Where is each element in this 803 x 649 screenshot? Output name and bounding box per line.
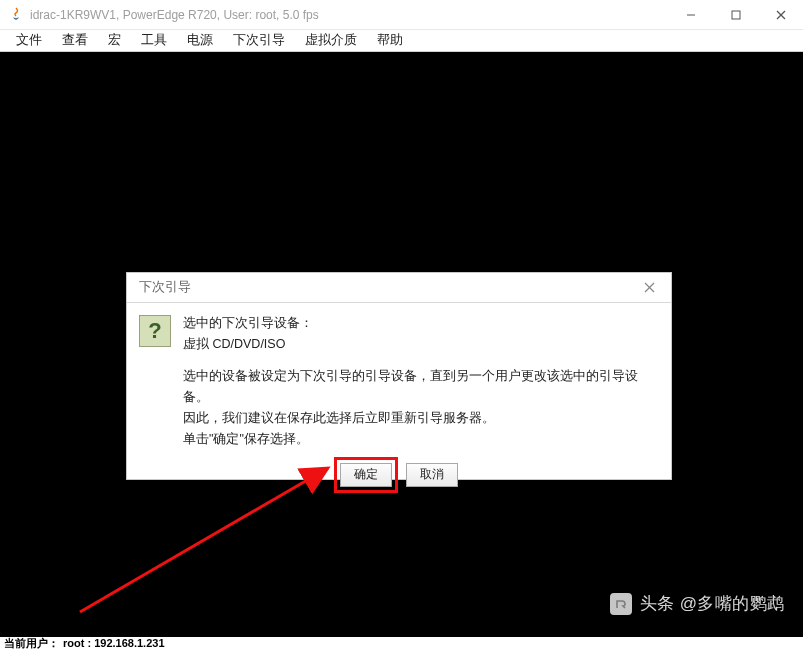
menu-tools[interactable]: 工具 bbox=[131, 30, 177, 51]
menu-nextboot[interactable]: 下次引导 bbox=[223, 30, 295, 51]
titlebar: idrac-1KR9WV1, PowerEdge R720, User: roo… bbox=[0, 0, 803, 30]
menu-macro[interactable]: 宏 bbox=[98, 30, 131, 51]
menubar: 文件 查看 宏 工具 电源 下次引导 虚拟介质 帮助 bbox=[0, 30, 803, 52]
menu-file[interactable]: 文件 bbox=[6, 30, 52, 51]
window-title: idrac-1KR9WV1, PowerEdge R720, User: roo… bbox=[30, 8, 668, 22]
dialog-body: ? 选中的下次引导设备： 虚拟 CD/DVD/ISO 选中的设备被设定为下次引导… bbox=[127, 303, 671, 459]
dialog-titlebar: 下次引导 bbox=[127, 273, 671, 303]
statusbar: 当前用户： root : 192.168.1.231 bbox=[0, 637, 803, 649]
status-label: 当前用户： bbox=[0, 636, 59, 650]
dialog-para1: 选中的设备被设定为下次引导的引导设备，直到另一个用户更改该选中的引导设备。 bbox=[183, 366, 659, 409]
close-button[interactable] bbox=[758, 0, 803, 29]
close-icon bbox=[644, 282, 655, 293]
next-boot-dialog: 下次引导 ? 选中的下次引导设备： 虚拟 CD/DVD/ISO 选中的设备被设定… bbox=[126, 272, 672, 480]
question-icon: ? bbox=[139, 315, 171, 347]
watermark-text: 头条 @多嘴的鹦鹉 bbox=[640, 592, 785, 615]
dialog-content: 选中的下次引导设备： 虚拟 CD/DVD/ISO 选中的设备被设定为下次引导的引… bbox=[177, 313, 659, 451]
dialog-icon-wrap: ? bbox=[139, 313, 177, 451]
dialog-close-button[interactable] bbox=[637, 276, 661, 300]
status-value: root : 192.168.1.231 bbox=[59, 637, 165, 649]
menu-virtmedia[interactable]: 虚拟介质 bbox=[295, 30, 367, 51]
minimize-button[interactable] bbox=[668, 0, 713, 29]
console-viewport: 下次引导 ? 选中的下次引导设备： 虚拟 CD/DVD/ISO 选中的设备被设定… bbox=[0, 52, 803, 637]
ok-button[interactable]: 确定 bbox=[340, 463, 392, 487]
dialog-line2: 虚拟 CD/DVD/ISO bbox=[183, 334, 659, 355]
dialog-para3: 单击"确定"保存选择。 bbox=[183, 429, 659, 450]
menu-help[interactable]: 帮助 bbox=[367, 30, 413, 51]
svg-rect-1 bbox=[732, 11, 740, 19]
watermark: 头条 @多嘴的鹦鹉 bbox=[610, 592, 785, 615]
menu-view[interactable]: 查看 bbox=[52, 30, 98, 51]
dialog-para2: 因此，我们建议在保存此选择后立即重新引导服务器。 bbox=[183, 408, 659, 429]
watermark-icon bbox=[610, 593, 632, 615]
dialog-buttons: 确定 取消 bbox=[127, 459, 671, 499]
dialog-title: 下次引导 bbox=[139, 279, 637, 296]
window-controls bbox=[668, 0, 803, 29]
java-icon bbox=[8, 7, 24, 23]
dialog-line1: 选中的下次引导设备： bbox=[183, 313, 659, 334]
menu-power[interactable]: 电源 bbox=[177, 30, 223, 51]
maximize-button[interactable] bbox=[713, 0, 758, 29]
cancel-button[interactable]: 取消 bbox=[406, 463, 458, 487]
